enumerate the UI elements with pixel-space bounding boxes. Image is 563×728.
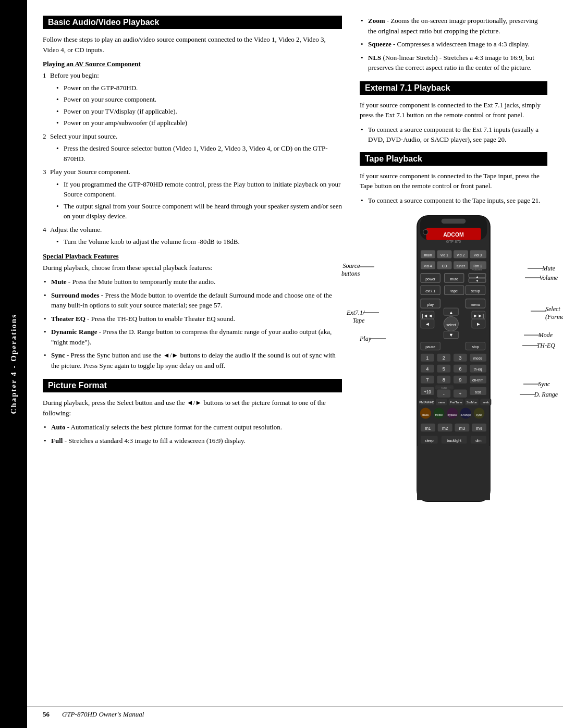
svg-text:vid 2: vid 2 [457,253,465,257]
svg-text:3: 3 [459,355,461,361]
bullet-output-signal: The output signal from your Source compo… [56,201,342,221]
svg-text:m1: m1 [425,426,431,431]
picture-format-header: Picture Format [43,379,342,392]
format-options-list: Zoom - Zooms the on-screen image proport… [360,16,547,73]
external-header: External 7.1 Playback [360,81,547,95]
svg-text:-: - [443,391,445,397]
svg-text:mode: mode [473,356,483,360]
label-mute: Mute [542,265,555,273]
step-3: 3 Play your Source component. If you pro… [43,167,342,221]
svg-text:1: 1 [426,355,429,361]
page-number: 56 [43,710,50,719]
main-content: Basic Audio/Video Playback Follow these … [27,0,563,520]
label-select-format: Select (Format) [545,305,563,321]
svg-text:tuner: tuner [457,264,466,268]
svg-text:|◄◄: |◄◄ [422,313,433,318]
external-section: External 7.1 Playback If your source com… [360,81,547,145]
svg-text:Str/Mon: Str/Mon [467,401,477,404]
right-column: Zoom - Zooms the on-screen image proport… [354,16,547,504]
bullet-source-selector: Press the desired Source selector button… [56,143,342,164]
svg-text:▲: ▲ [476,275,479,278]
format-nls: NLS (Non-linear Stretch) - Stretches a 4… [360,53,547,73]
tape-bullet: To connect a source component to the Tap… [360,195,547,206]
svg-text:treble: treble [435,413,443,416]
special-playback-intro: During playback, choose from these speci… [43,263,342,273]
step-2: 2 Select your input source. Press the de… [43,131,342,164]
picture-format-intro: During playback, press the Select button… [43,398,342,418]
svg-text:5: 5 [443,366,445,372]
format-zoom: Zoom - Zooms the on-screen image proport… [360,16,547,36]
remote-container: ADCOM GTP-870 main vid 1 vid 2 vid 3 vi [360,213,547,504]
step-4-bullets: Turn the Volume knob to adjust the volum… [50,237,342,247]
label-volume: Volume [540,274,558,282]
svg-text:mute: mute [450,277,458,281]
label-d-range: D. Range [534,391,558,399]
footer: 56 GTP-870HD Owner's Manual [27,707,563,719]
svg-text:9: 9 [459,377,461,382]
label-th-eq: TH-EQ [537,342,555,350]
svg-text:8: 8 [443,377,445,382]
bullet-power-source: Power on your source component. [56,94,342,105]
bullet-power-tv: Power on your TV/display (if applicable)… [56,106,342,117]
svg-text:power: power [425,277,436,281]
svg-text:bass: bass [422,413,429,416]
svg-text:mem: mem [438,401,445,404]
tape-header: Tape Playback [360,152,547,166]
svg-text:sleep: sleep [425,439,434,443]
feature-dynamic-range: Dynamic Range - Press the D. Range butto… [43,327,342,347]
external-intro: If your source component is connected to… [360,100,547,120]
svg-text:CD: CD [442,264,447,268]
svg-text:4: 4 [426,366,429,372]
svg-text:menu: menu [471,303,480,306]
format-auto: Auto - Automatically selects the best pi… [43,422,342,433]
svg-text:— tune —: — tune — [437,386,451,389]
format-full: Full - Stretches a standard 4:3 image to… [43,436,342,446]
bullet-programmed: If you programmed the GTP-870HD remote c… [56,179,342,200]
svg-text:main: main [424,253,432,257]
external-bullet: To connect a source component to the Ext… [360,125,547,145]
step-2-bullets: Press the desired Source selector button… [50,143,342,164]
remote-svg: ADCOM GTP-870 main vid 1 vid 2 vid 3 vi [381,213,527,504]
picture-format-section: Picture Format During playback, press th… [43,379,342,446]
svg-text:seek: seek [483,401,489,404]
svg-text:2: 2 [443,355,445,361]
feature-mute: Mute - Press the Mute button to temporar… [43,277,342,287]
external-list: To connect a source component to the Ext… [360,125,547,145]
svg-text:ADCOM: ADCOM [443,231,464,238]
svg-text:th-eq: th-eq [474,367,482,372]
svg-text:vid 4: vid 4 [424,264,432,268]
step-1-bullets: Power on the GTP-870HD. Power on your so… [50,83,342,128]
svg-text:volume: volume [472,268,482,271]
svg-text:FM/AM/HD: FM/AM/HD [419,401,434,404]
svg-text:dim: dim [475,439,481,442]
svg-text:+10: +10 [424,390,431,394]
special-playback-header: Special Playback Features [43,252,342,261]
svg-text:play: play [427,303,434,307]
svg-rect-2 [442,219,466,224]
basic-audio-video-section: Basic Audio/Video Playback Follow these … [43,16,342,371]
feature-theater-eq: Theater EQ - Press the TH-EQ button to e… [43,314,342,324]
label-sync: Sync [538,380,550,388]
label-play: Play [360,335,371,343]
step-2-text: Select your input source. [50,132,117,140]
step-1: 1 Before you begin: Power on the GTP-870… [43,70,342,128]
steps-list: 1 Before you begin: Power on the GTP-870… [43,70,342,247]
chapter-label: Chapter 4 - Operations [9,314,18,414]
bullet-volume-knob: Turn the Volume knob to adjust the volum… [56,237,342,247]
svg-text:m3: m3 [459,426,466,431]
label-source-buttons: Source buttons [341,262,360,278]
picture-format-list: Auto - Automatically selects the best pi… [43,422,342,446]
feature-sync: Sync - Press the Sync button and use the… [43,350,342,371]
step-3-text: Play your Source component. [50,168,130,176]
label-ext71-tape: Ext7.1/ Tape [347,309,364,325]
tape-list: To connect a source component to the Tap… [360,195,547,206]
feature-surround: Surround modes - Press the Mode button t… [43,290,342,311]
special-features-list: Mute - Press the Mute button to temporar… [43,277,342,371]
tape-section: Tape Playback If your source component i… [360,152,547,206]
svg-text:pause: pause [425,345,435,349]
tape-intro: If your source component is connected to… [360,171,547,191]
svg-text:Pre/Tune: Pre/Tune [450,401,462,404]
bullet-power-gtp: Power on the GTP-870HD. [56,83,342,93]
remote-wrapper: ADCOM GTP-870 main vid 1 vid 2 vid 3 vi [381,213,527,504]
basic-audio-video-header: Basic Audio/Video Playback [43,16,342,29]
